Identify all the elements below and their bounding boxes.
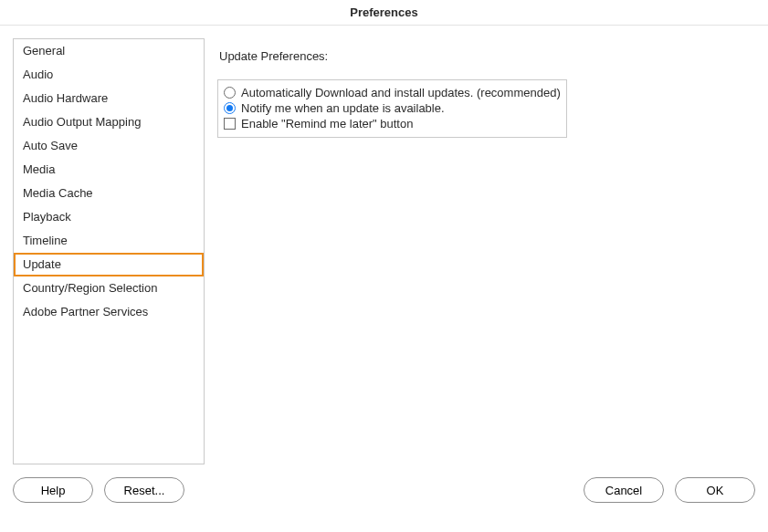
sidebar-item-label: Auto Save [23, 139, 78, 152]
sidebar-item-label: Media Cache [23, 186, 93, 200]
sidebar-item-update[interactable]: Update [14, 253, 204, 276]
cancel-button[interactable]: Cancel [584, 477, 664, 503]
sidebar-item-media[interactable]: Media [14, 158, 204, 182]
option-label: Notify me when an update is available. [241, 101, 445, 115]
dialog-footer: Help Reset... Cancel OK [0, 477, 768, 516]
sidebar-item-general[interactable]: General [14, 39, 204, 63]
sidebar-item-label: Playback [23, 210, 71, 224]
sidebar-item-label: Timeline [23, 234, 68, 247]
sidebar-item-audio[interactable]: Audio [14, 63, 204, 87]
sidebar-item-timeline[interactable]: Timeline [14, 229, 204, 253]
update-checkbox-2[interactable]: Enable "Remind me later" button [224, 116, 561, 131]
sidebar-item-label: Audio Hardware [23, 91, 108, 105]
help-button[interactable]: Help [13, 477, 93, 503]
checkbox-icon [224, 118, 236, 130]
sidebar-item-label: Update [23, 257, 61, 271]
preferences-main: Update Preferences: Automatically Downlo… [217, 38, 755, 464]
sidebar-item-media-cache[interactable]: Media Cache [14, 182, 204, 205]
preferences-sidebar: GeneralAudioAudio HardwareAudio Output M… [13, 38, 205, 464]
radio-icon [224, 102, 236, 114]
sidebar-item-label: General [23, 44, 65, 57]
update-options-box: Automatically Download and install updat… [217, 79, 567, 138]
sidebar-item-label: Adobe Partner Services [23, 305, 148, 318]
sidebar-item-audio-output-mapping[interactable]: Audio Output Mapping [14, 110, 204, 134]
sidebar-item-country-region-selection[interactable]: Country/Region Selection [14, 276, 204, 300]
sidebar-item-auto-save[interactable]: Auto Save [14, 134, 204, 158]
option-label: Automatically Download and install updat… [241, 86, 561, 99]
update-radio-1[interactable]: Notify me when an update is available. [224, 100, 561, 116]
sidebar-item-label: Media [23, 162, 55, 176]
sidebar-item-playback[interactable]: Playback [14, 205, 204, 229]
sidebar-item-label: Country/Region Selection [23, 281, 157, 295]
update-radio-0[interactable]: Automatically Download and install updat… [224, 85, 561, 100]
dialog-content: GeneralAudioAudio HardwareAudio Output M… [0, 26, 768, 477]
section-title: Update Preferences: [219, 49, 755, 63]
radio-icon [224, 87, 236, 99]
sidebar-item-adobe-partner-services[interactable]: Adobe Partner Services [14, 300, 204, 324]
reset-button[interactable]: Reset... [104, 477, 184, 503]
ok-button[interactable]: OK [675, 477, 755, 503]
option-label: Enable "Remind me later" button [241, 117, 413, 130]
sidebar-item-audio-hardware[interactable]: Audio Hardware [14, 87, 204, 110]
sidebar-item-label: Audio Output Mapping [23, 115, 141, 129]
dialog-title: Preferences [0, 0, 768, 26]
sidebar-item-label: Audio [23, 68, 53, 81]
